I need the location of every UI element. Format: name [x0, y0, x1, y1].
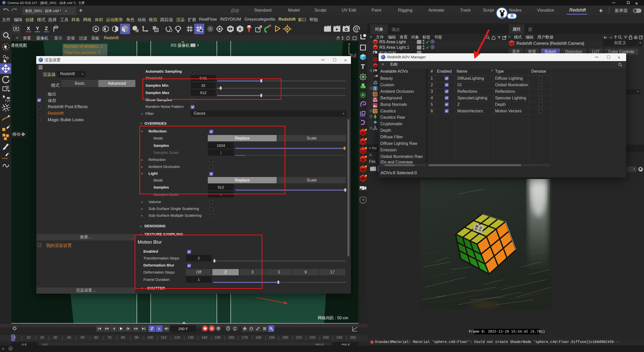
svg-text:Y: Y	[348, 42, 350, 47]
svg-text:A: A	[238, 27, 242, 31]
svg-text:X: X	[353, 54, 355, 58]
